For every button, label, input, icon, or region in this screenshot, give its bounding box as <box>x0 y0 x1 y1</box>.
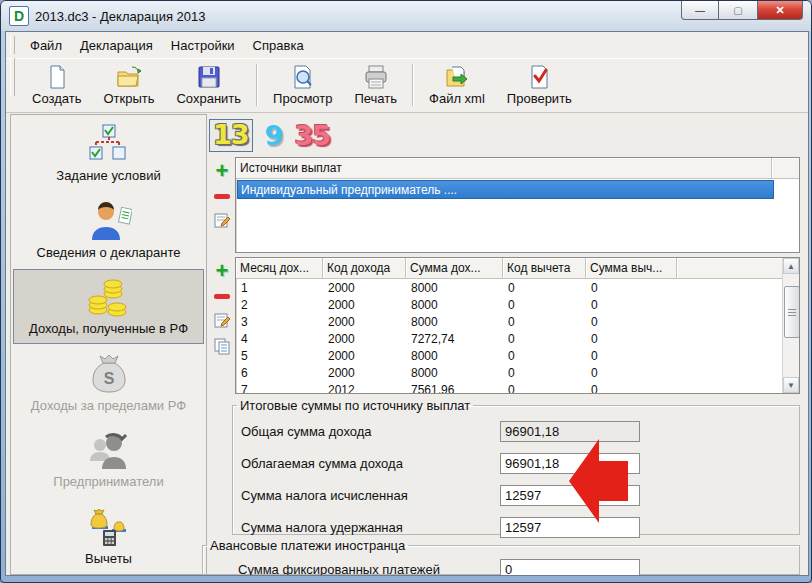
save-floppy-icon <box>196 64 222 90</box>
table-cell[interactable]: 0 <box>586 381 677 394</box>
fixed-payments-field[interactable] <box>500 559 640 576</box>
table-cell[interactable]: 0 <box>503 381 586 394</box>
window-title: 2013.dc3 - Декларация 2013 <box>35 9 205 24</box>
table-cell[interactable]: 5 <box>236 347 323 364</box>
table-cell[interactable]: 2000 <box>323 364 406 381</box>
menu-settings[interactable]: Настройки <box>162 34 244 57</box>
table-cell[interactable]: 2012 <box>323 381 406 394</box>
income-table-scrollbar[interactable]: ▲ ▼ <box>782 258 799 393</box>
table-cell[interactable]: 0 <box>503 330 586 347</box>
table-cell[interactable]: 2000 <box>323 296 406 313</box>
table-cell[interactable]: 0 <box>503 347 586 364</box>
sidebar-item-label: Доходы, полученные в РФ <box>29 322 188 336</box>
column-header-income-code[interactable]: Код дохода <box>323 258 406 278</box>
table-row[interactable]: 720127561,9600 <box>236 381 783 394</box>
table-cell[interactable]: 7 <box>236 381 323 394</box>
table-cell[interactable]: 4 <box>236 330 323 347</box>
tax-withheld-field[interactable] <box>500 517 640 538</box>
minimize-button[interactable]: — <box>681 1 719 20</box>
column-header-income-sum[interactable]: Сумма дох... <box>406 258 503 278</box>
tab-rate-9[interactable]: 9 <box>265 122 283 149</box>
fixed-payments-label: Сумма фиксированных платежей <box>238 562 440 576</box>
sidebar-item-income-rf[interactable]: Доходы, полученные в РФ <box>13 269 204 344</box>
table-cell[interactable]: 1 <box>236 279 323 296</box>
sidebar-item-income-abroad[interactable]: S Доходы за пределами РФ <box>13 346 204 421</box>
sources-header-filler <box>772 158 799 178</box>
scroll-up-icon[interactable]: ▲ <box>783 258 799 274</box>
sidebar: Задание условий Сведения о декларанте До… <box>10 114 207 575</box>
tab-rate-13[interactable]: 13 <box>209 119 253 152</box>
edit-source-icon[interactable] <box>213 211 231 229</box>
taxable-income-label: Облагаемая сумма дохода <box>241 456 403 471</box>
table-cell[interactable]: 0 <box>503 279 586 296</box>
table-cell[interactable]: 2000 <box>323 279 406 296</box>
table-cell[interactable]: 3 <box>236 313 323 330</box>
total-income-label: Общая сумма дохода <box>241 424 372 439</box>
sidebar-item-declarant[interactable]: Сведения о декларанте <box>13 193 204 268</box>
column-header-deduction-code[interactable]: Код вычета <box>503 258 586 278</box>
new-file-icon <box>44 64 70 90</box>
sidebar-item-conditions[interactable]: Задание условий <box>13 116 204 191</box>
tax-calculated-field[interactable] <box>500 485 640 506</box>
table-cell[interactable]: 2000 <box>323 313 406 330</box>
add-income-icon[interactable]: + <box>216 260 229 282</box>
remove-source-icon[interactable] <box>214 194 230 199</box>
new-button[interactable]: Создать <box>21 58 92 112</box>
table-cell[interactable]: 8000 <box>406 296 503 313</box>
save-button[interactable]: Сохранить <box>165 58 252 112</box>
menu-declaration[interactable]: Декларация <box>71 34 162 57</box>
table-cell[interactable]: 6 <box>236 364 323 381</box>
table-cell[interactable]: 0 <box>503 364 586 381</box>
close-button[interactable]: ✕ <box>757 1 803 20</box>
table-cell[interactable]: 2 <box>236 296 323 313</box>
edit-income-icon[interactable] <box>213 311 231 329</box>
maximize-button[interactable]: ▢ <box>719 1 757 20</box>
menu-help[interactable]: Справка <box>244 34 313 57</box>
open-button[interactable]: Открыть <box>92 58 165 112</box>
table-cell[interactable]: 8000 <box>406 364 503 381</box>
table-cell[interactable]: 7272,74 <box>406 330 503 347</box>
table-cell[interactable]: 0 <box>586 347 677 364</box>
table-cell[interactable]: 2000 <box>323 330 406 347</box>
add-source-icon[interactable]: + <box>216 160 229 182</box>
table-cell[interactable]: 2000 <box>323 347 406 364</box>
table-row[interactable]: 52000800000 <box>236 347 783 364</box>
table-row[interactable]: 420007272,7400 <box>236 330 783 347</box>
sidebar-item-entrepreneurs[interactable]: Предприниматели <box>13 422 204 497</box>
taxable-income-field[interactable] <box>500 453 640 474</box>
table-cell[interactable]: 0 <box>503 313 586 330</box>
menu-file[interactable]: Файл <box>21 34 71 57</box>
table-cell[interactable]: 8000 <box>406 279 503 296</box>
table-row[interactable]: 22000800000 <box>236 296 783 313</box>
column-header-deduction-sum[interactable]: Сумма выч... <box>586 258 677 278</box>
remove-income-icon[interactable] <box>214 294 230 299</box>
table-row[interactable]: 12000800000 <box>236 279 783 296</box>
scroll-down-icon[interactable]: ▼ <box>783 377 799 393</box>
table-cell[interactable]: 0 <box>586 313 677 330</box>
total-income-field[interactable] <box>500 421 640 442</box>
column-header-month[interactable]: Месяц дох... <box>236 258 323 278</box>
table-row[interactable]: 32000800000 <box>236 313 783 330</box>
xml-file-button[interactable]: Файл xml <box>418 58 496 112</box>
income-table-header: Месяц дох... Код дохода Сумма дох... Код… <box>236 258 799 279</box>
check-button[interactable]: Проверить <box>496 58 583 112</box>
scrollbar-thumb[interactable] <box>784 286 800 338</box>
copy-income-icon[interactable] <box>213 337 231 355</box>
sidebar-item-deductions[interactable]: Вычеты <box>13 499 204 574</box>
table-cell[interactable]: 8000 <box>406 347 503 364</box>
table-row[interactable]: 62000800000 <box>236 364 783 381</box>
preview-button[interactable]: Просмотр <box>262 58 343 112</box>
print-button[interactable]: Печать <box>343 58 408 112</box>
table-cell[interactable]: 7561,96 <box>406 381 503 394</box>
table-cell[interactable]: 0 <box>586 296 677 313</box>
table-cell[interactable]: 0 <box>586 330 677 347</box>
toolbar-grip <box>10 36 15 54</box>
selected-source-row[interactable]: Индивидуальный предприниматель .... <box>237 180 774 199</box>
title-bar: D 2013.dc3 - Декларация 2013 — ▢ ✕ <box>1 1 811 31</box>
table-cell[interactable]: 8000 <box>406 313 503 330</box>
income-toolbar: + <box>210 260 234 355</box>
table-cell[interactable]: 0 <box>586 279 677 296</box>
table-cell[interactable]: 0 <box>586 364 677 381</box>
tab-rate-35[interactable]: 35 <box>294 122 330 149</box>
table-cell[interactable]: 0 <box>503 296 586 313</box>
